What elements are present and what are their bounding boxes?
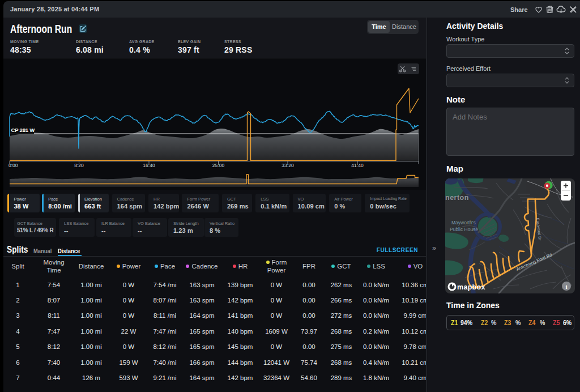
svg-text:i: i [565,283,567,290]
svg-text:CP 281 W: CP 281 W [11,127,35,133]
svg-text:16:40: 16:40 [143,163,155,168]
svg-text:Mayworth's: Mayworth's [451,220,476,225]
svg-text:8:20: 8:20 [74,163,84,168]
svg-text:25:00: 25:00 [212,163,225,168]
svg-text:Public House: Public House [450,227,478,232]
svg-text:mapbox: mapbox [457,283,485,291]
svg-text:33:20: 33:20 [282,163,294,168]
svg-text:41:40: 41:40 [351,163,364,168]
svg-text:0:00: 0:00 [8,163,18,168]
svg-text:nerton: nerton [445,194,469,202]
